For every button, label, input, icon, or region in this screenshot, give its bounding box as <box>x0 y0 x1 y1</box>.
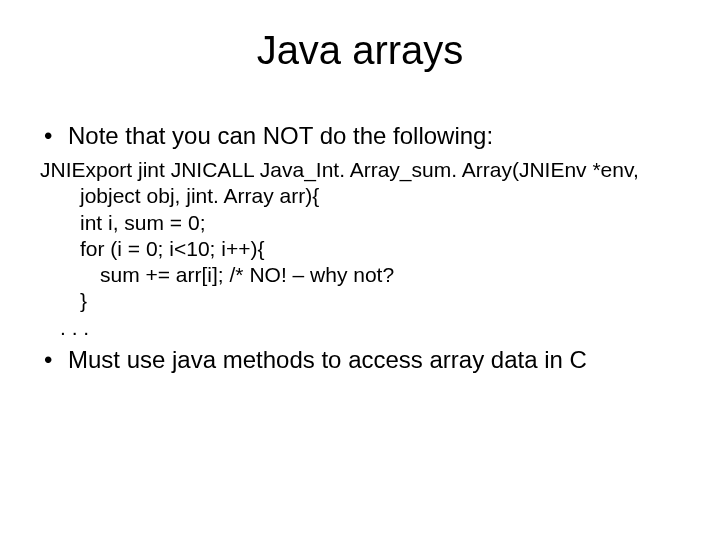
code-line: jobject obj, jint. Array arr){ <box>40 183 680 209</box>
code-line: . . . <box>40 315 680 341</box>
slide-body: Note that you can NOT do the following: … <box>40 121 680 375</box>
code-block: JNIExport jint JNICALL Java_Int. Array_s… <box>40 157 680 341</box>
bullet-list: Note that you can NOT do the following: <box>40 121 680 151</box>
slide-title: Java arrays <box>40 28 680 73</box>
code-line: for (i = 0; i<10; i++){ <box>40 236 680 262</box>
slide: Java arrays Note that you can NOT do the… <box>0 0 720 540</box>
code-line: sum += arr[i]; /* NO! – why not? <box>40 262 680 288</box>
bullet-must-use: Must use java methods to access array da… <box>40 345 680 375</box>
bullet-note: Note that you can NOT do the following: <box>40 121 680 151</box>
code-line: } <box>40 288 680 314</box>
bullet-list: Must use java methods to access array da… <box>40 345 680 375</box>
code-line: int i, sum = 0; <box>40 210 680 236</box>
code-line: JNIExport jint JNICALL Java_Int. Array_s… <box>40 157 680 183</box>
